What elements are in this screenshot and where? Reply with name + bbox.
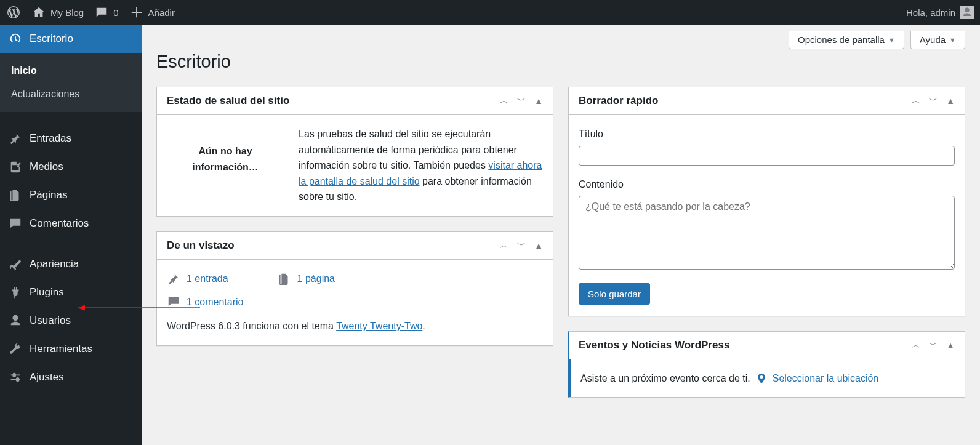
sidebar-item-tools[interactable]: Herramientas [0, 335, 142, 363]
sidebar-item-posts[interactable]: Entradas [0, 124, 142, 153]
pages-icon [278, 272, 291, 286]
chevron-down-icon: ▼ [888, 36, 895, 44]
glance-posts[interactable]: 1 entrada [167, 271, 228, 287]
plugins-icon [9, 286, 22, 299]
toggle-icon[interactable]: ▲ [534, 96, 543, 106]
health-text: Las pruebas de salud del sitio se ejecut… [299, 126, 543, 205]
sidebar-item-comments[interactable]: Comentarios [0, 209, 142, 238]
box-title: Estado de salud del sitio [167, 95, 289, 107]
sidebar-label: Usuarios [30, 315, 71, 327]
submenu-home[interactable]: Inicio [0, 59, 142, 82]
toggle-icon[interactable]: ▲ [534, 241, 543, 251]
submenu-updates[interactable]: Actualizaciones [0, 82, 142, 106]
sidebar-label: Escritorio [30, 33, 73, 45]
sidebar-item-media[interactable]: Medios [0, 153, 142, 181]
add-new-link[interactable]: Añadir [130, 6, 175, 19]
save-draft-button[interactable]: Solo guardar [579, 283, 650, 305]
plus-icon [130, 6, 143, 19]
dashboard-submenu: Inicio Actualizaciones [0, 53, 142, 112]
sidebar-label: Medios [30, 161, 63, 173]
pages-icon [9, 188, 22, 202]
move-down-icon[interactable]: ﹀ [929, 340, 938, 351]
sidebar-item-plugins[interactable]: Plugins [0, 278, 142, 307]
comment-icon [95, 6, 108, 19]
move-up-icon[interactable]: ︿ [500, 95, 508, 106]
page-title: Escritorio [156, 52, 965, 72]
comment-icon [167, 295, 180, 308]
health-status: Aún no hay información… [167, 126, 284, 175]
tab-label: Opciones de pantalla [798, 34, 885, 45]
location-icon [755, 372, 768, 385]
site-name: My Blog [50, 7, 84, 18]
glance-pages[interactable]: 1 página [278, 271, 335, 287]
chevron-down-icon: ▼ [949, 36, 956, 44]
comments-link[interactable]: 0 [95, 6, 118, 19]
move-up-icon[interactable]: ︿ [912, 95, 920, 106]
move-up-icon[interactable]: ︿ [500, 240, 508, 251]
move-down-icon[interactable]: ﹀ [517, 95, 526, 106]
select-location-link[interactable]: Seleccionar la ubicación [773, 371, 879, 387]
avatar [960, 6, 974, 19]
move-up-icon[interactable]: ︿ [912, 340, 920, 351]
tab-label: Ayuda [920, 34, 946, 45]
content-textarea[interactable] [579, 196, 955, 270]
admin-bar: My Blog 0 Añadir Hola, admin [0, 0, 980, 25]
pin-icon [9, 132, 22, 145]
comments-count: 0 [113, 7, 118, 18]
sidebar-label: Entradas [30, 132, 71, 145]
sidebar-item-appearance[interactable]: Apariencia [0, 250, 142, 278]
wp-logo[interactable] [6, 5, 21, 20]
events-text: Asiste a un próximo evento cerca de ti. [580, 371, 750, 387]
box-title: De un vistazo [167, 239, 235, 252]
glance-footer: WordPress 6.0.3 funciona con el tema Twe… [167, 318, 543, 334]
move-down-icon[interactable]: ﹀ [929, 95, 938, 106]
tools-icon [9, 342, 22, 356]
pin-icon [167, 272, 180, 286]
site-link[interactable]: My Blog [32, 6, 84, 19]
sidebar-item-pages[interactable]: Páginas [0, 181, 142, 209]
dashboard-icon [9, 32, 22, 46]
events-news-box: Eventos y Noticias WordPress ︿ ﹀ ▲ Asist… [568, 331, 965, 398]
sidebar-item-dashboard[interactable]: Escritorio [0, 25, 142, 53]
glance-comments[interactable]: 1 comentario [167, 294, 543, 310]
brush-icon [9, 257, 22, 271]
sidebar-label: Ajustes [30, 371, 64, 383]
box-title: Eventos y Noticias WordPress [579, 339, 729, 351]
media-icon [9, 160, 22, 174]
theme-link[interactable]: Twenty Twenty-Two [336, 321, 422, 331]
sidebar-item-users[interactable]: Usuarios [0, 307, 142, 335]
title-label: Título [579, 126, 955, 142]
users-icon [9, 314, 22, 327]
at-a-glance-box: De un vistazo ︿ ﹀ ▲ 1 entrada [156, 231, 553, 346]
content-label: Contenido [579, 177, 955, 193]
sidebar-label: Plugins [30, 286, 64, 299]
settings-icon [9, 371, 22, 384]
site-health-box: Estado de salud del sitio ︿ ﹀ ▲ Aún no h… [156, 87, 553, 217]
account-link[interactable]: Hola, admin [906, 6, 974, 19]
toggle-icon[interactable]: ▲ [946, 340, 955, 350]
title-input[interactable] [579, 146, 955, 166]
sidebar-label: Páginas [30, 189, 67, 201]
main-content: Opciones de pantalla ▼ Ayuda ▼ Escritori… [142, 25, 980, 445]
sidebar-label: Apariencia [30, 258, 79, 270]
add-new-label: Añadir [148, 7, 175, 18]
admin-sidebar: Escritorio Inicio Actualizaciones Entrad… [0, 25, 142, 445]
sidebar-label: Herramientas [30, 343, 92, 355]
quick-draft-box: Borrador rápido ︿ ﹀ ▲ Título Contenido S… [568, 87, 965, 316]
greeting: Hola, admin [906, 7, 955, 18]
help-tab[interactable]: Ayuda ▼ [910, 31, 965, 49]
comments-icon [9, 217, 22, 230]
screen-options-tab[interactable]: Opciones de pantalla ▼ [789, 31, 904, 49]
toggle-icon[interactable]: ▲ [946, 96, 955, 106]
box-title: Borrador rápido [579, 95, 658, 107]
move-down-icon[interactable]: ﹀ [517, 240, 526, 251]
home-icon [32, 6, 46, 19]
sidebar-item-settings[interactable]: Ajustes [0, 363, 142, 391]
sidebar-label: Comentarios [30, 217, 89, 230]
